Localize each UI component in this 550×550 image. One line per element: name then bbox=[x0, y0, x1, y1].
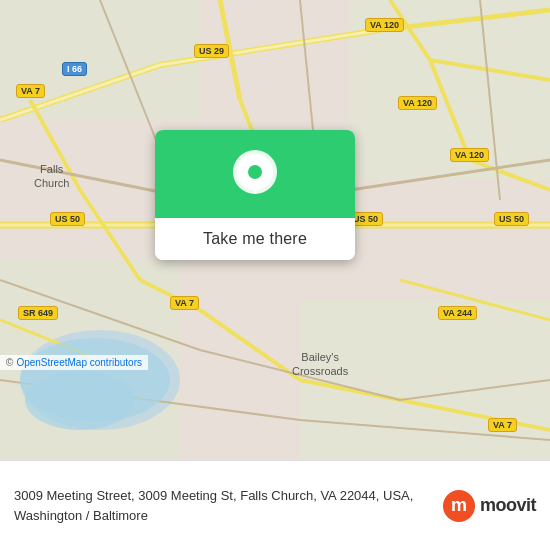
svg-point-42 bbox=[247, 164, 263, 180]
road-label-i66: I 66 bbox=[62, 62, 87, 76]
info-bar: 3009 Meeting Street, 3009 Meeting St, Fa… bbox=[0, 460, 550, 550]
copyright-bar: © OpenStreetMap contributors bbox=[0, 355, 148, 370]
osm-link[interactable]: OpenStreetMap contributors bbox=[16, 357, 142, 368]
road-label-va120-mid: VA 120 bbox=[398, 96, 437, 110]
map-container: I 66 VA 7 US 29 VA 120 VA 120 VA 120 US … bbox=[0, 0, 550, 460]
place-label-falls-church: FallsChurch bbox=[34, 162, 69, 191]
location-pin-icon bbox=[233, 150, 277, 202]
road-label-va7-left: VA 7 bbox=[16, 84, 45, 98]
moovit-logo: m moovit bbox=[443, 490, 536, 522]
take-me-there-button[interactable]: Take me there bbox=[155, 218, 355, 260]
popup-card: Take me there bbox=[155, 130, 355, 260]
road-label-va7-mid: VA 7 bbox=[170, 296, 199, 310]
road-label-us29: US 29 bbox=[194, 44, 229, 58]
svg-point-39 bbox=[25, 370, 135, 430]
road-label-va244: VA 244 bbox=[438, 306, 477, 320]
road-label-us50-right: US 50 bbox=[494, 212, 529, 226]
moovit-icon: m bbox=[443, 490, 475, 522]
address-text: 3009 Meeting Street, 3009 Meeting St, Fa… bbox=[14, 486, 433, 525]
place-label-baileys-crossroads: Bailey'sCrossroads bbox=[292, 350, 348, 379]
road-label-va120-top: VA 120 bbox=[365, 18, 404, 32]
road-label-sr649: SR 649 bbox=[18, 306, 58, 320]
copyright-symbol: © bbox=[6, 357, 13, 368]
road-label-va7-right: VA 7 bbox=[488, 418, 517, 432]
road-label-va120-low: VA 120 bbox=[450, 148, 489, 162]
road-label-us50-left: US 50 bbox=[50, 212, 85, 226]
popup-green-area bbox=[155, 130, 355, 218]
moovit-text: moovit bbox=[480, 495, 536, 516]
